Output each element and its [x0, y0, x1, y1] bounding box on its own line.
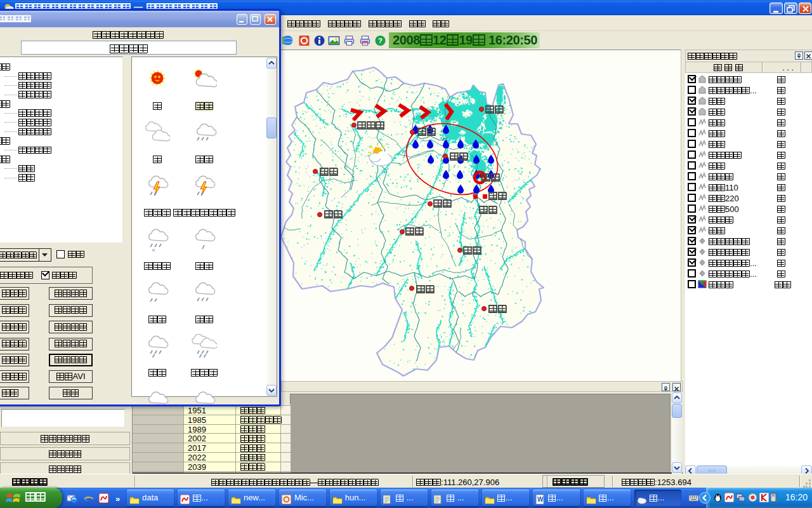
svg-text:?: ? [378, 37, 383, 44]
svg-text:W: W [537, 496, 544, 503]
